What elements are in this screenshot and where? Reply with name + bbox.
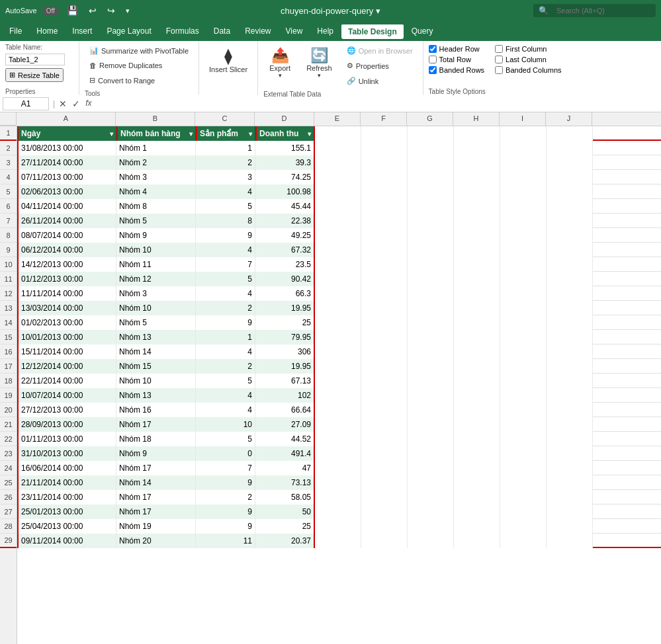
empty-cell[interactable] [454,446,500,461]
empty-cell[interactable] [408,257,454,272]
table-row[interactable]: 07/11/2013 00:00Nhóm 3374.25 [17,170,661,184]
menu-help[interactable]: Help [310,24,340,38]
empty-cell[interactable] [361,330,408,344]
empty-cell[interactable] [547,374,593,388]
empty-cell[interactable] [315,475,361,490]
empty-cell[interactable] [315,388,361,403]
table-cell[interactable]: Nhóm 4 [116,184,196,199]
table-row[interactable]: 09/11/2014 00:00Nhóm 201120.37 [17,534,661,548]
empty-cell[interactable] [454,228,500,243]
table-cell[interactable]: 0 [196,446,255,461]
empty-cell[interactable] [547,257,593,272]
empty-cell[interactable] [408,330,454,344]
menu-formulas[interactable]: Formulas [159,24,206,38]
empty-cell[interactable] [408,388,454,403]
empty-cell[interactable] [547,490,593,504]
table-row[interactable]: 23/11/2014 00:00Nhóm 17258.05 [17,490,661,504]
menu-table-design[interactable]: Table Design [341,23,404,39]
empty-cell[interactable] [408,461,454,475]
col-header-e[interactable]: E [314,112,361,126]
empty-cell[interactable] [315,446,361,461]
col-header-d[interactable]: D [255,112,314,126]
menu-home[interactable]: Home [30,24,64,38]
properties-button[interactable]: ⚙ Properties [342,59,418,73]
table-cell[interactable]: 2 [196,359,255,374]
table-cell[interactable]: 25 [255,519,315,534]
empty-cell[interactable] [454,214,500,228]
empty-cell[interactable] [315,374,361,388]
menu-file[interactable]: File [3,24,28,38]
table-cell[interactable]: 25/01/2013 00:00 [17,504,116,519]
empty-cell[interactable] [500,155,547,170]
empty-cell[interactable] [500,228,547,243]
empty-cell[interactable] [315,534,361,548]
save-button[interactable]: 💾 [64,4,81,17]
table-cell[interactable]: 67.32 [255,243,315,257]
table-cell[interactable]: 9 [196,519,255,534]
empty-cell[interactable] [315,243,361,257]
banded-columns-checkbox-row[interactable]: Banded Columns [495,66,561,74]
table-cell[interactable]: 01/12/2013 00:00 [17,272,116,286]
empty-cell[interactable] [408,243,454,257]
table-row[interactable]: 31/10/2013 00:00Nhóm 90491.4 [17,446,661,461]
search-input[interactable] [551,5,650,16]
empty-cell[interactable] [361,286,408,301]
table-cell[interactable]: Nhóm 10 [116,301,196,315]
table-cell[interactable]: 49.25 [255,228,315,243]
empty-cell[interactable] [547,286,593,301]
empty-cell[interactable] [547,301,593,315]
empty-cell[interactable] [547,170,593,184]
empty-cell[interactable] [500,243,547,257]
table-cell[interactable]: Nhóm 8 [116,199,196,214]
empty-cell[interactable] [408,359,454,374]
table-cell[interactable]: Nhóm 18 [116,432,196,446]
menu-query[interactable]: Query [405,24,440,38]
table-cell[interactable]: 4 [196,344,255,359]
autosave-toggle[interactable]: Off [42,7,59,15]
empty-cell[interactable] [547,214,593,228]
customize-button[interactable]: ▾ [123,5,132,17]
empty-cell[interactable] [315,359,361,374]
table-cell[interactable]: 8 [196,214,255,228]
menu-data[interactable]: Data [207,24,237,38]
empty-cell[interactable] [454,272,500,286]
menu-insert[interactable]: Insert [66,24,99,38]
empty-cell[interactable] [315,228,361,243]
table-cell[interactable]: 06/12/2014 00:00 [17,243,116,257]
menu-view[interactable]: View [279,24,310,38]
table-cell[interactable]: 21/11/2014 00:00 [17,475,116,490]
empty-cell[interactable] [408,301,454,315]
col-header-b[interactable]: B [116,112,195,126]
empty-header-6[interactable] [408,126,454,141]
table-cell[interactable]: 04/11/2014 00:00 [17,199,116,214]
table-cell[interactable]: Nhóm 14 [116,475,196,490]
empty-cell[interactable] [500,417,547,432]
empty-cell[interactable] [361,199,408,214]
empty-cell[interactable] [361,534,408,548]
table-cell[interactable]: Nhóm 5 [116,315,196,330]
table-cell[interactable]: 27/12/2013 00:00 [17,403,116,417]
empty-cell[interactable] [408,504,454,519]
table-cell[interactable]: 5 [196,272,255,286]
empty-cell[interactable] [361,155,408,170]
empty-cell[interactable] [408,417,454,432]
empty-cell[interactable] [500,475,547,490]
empty-cell[interactable] [361,475,408,490]
table-cell[interactable]: 22/11/2014 00:00 [17,374,116,388]
undo-button[interactable]: ↩ [86,4,99,17]
empty-cell[interactable] [500,490,547,504]
empty-cell[interactable] [361,490,408,504]
table-cell[interactable]: 19.95 [255,301,315,315]
table-row[interactable]: 22/11/2014 00:00Nhóm 10567.13 [17,374,661,388]
table-cell[interactable]: 90.42 [255,272,315,286]
empty-cell[interactable] [315,344,361,359]
table-cell[interactable]: 5 [196,432,255,446]
table-row[interactable]: 02/06/2013 00:00Nhóm 44100.98 [17,184,661,199]
empty-header-4[interactable] [315,126,361,141]
empty-cell[interactable] [500,141,547,155]
empty-cell[interactable] [361,461,408,475]
empty-cell[interactable] [361,141,408,155]
empty-cell[interactable] [547,534,593,548]
empty-cell[interactable] [547,141,593,155]
empty-cell[interactable] [454,257,500,272]
